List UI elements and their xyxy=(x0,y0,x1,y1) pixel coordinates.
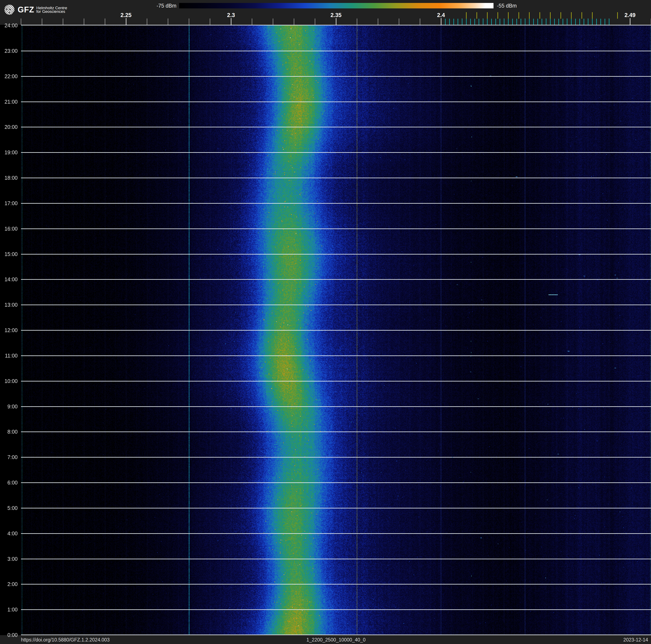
bluetooth-channel-tick xyxy=(483,19,484,25)
bluetooth-channel-tick xyxy=(529,19,530,25)
wifi-channel-tick xyxy=(560,12,561,19)
frequency-axis: 2.252.32.352.42.49 xyxy=(0,0,651,25)
bluetooth-channel-tick xyxy=(579,19,580,25)
bluetooth-channel-tick xyxy=(584,19,584,25)
time-axis-label: 20:00 xyxy=(0,124,18,130)
wifi-channel-tick xyxy=(487,12,488,19)
plot-top-axis-line xyxy=(21,25,651,25)
time-axis-label: 7:00 xyxy=(0,454,18,460)
bluetooth-channel-tick xyxy=(500,19,500,25)
spectrogram-page: GFZ Helmholtz Centre for Geosciences -75… xyxy=(0,0,651,644)
wifi-channel-tick xyxy=(529,12,530,19)
freq-minor-tick xyxy=(210,19,210,25)
time-axis-label: 19:00 xyxy=(0,149,18,155)
time-axis-label: 13:00 xyxy=(0,302,18,308)
wifi-channel-tick xyxy=(550,12,551,19)
wifi-channel-tick xyxy=(582,12,582,19)
freq-minor-tick xyxy=(294,19,294,25)
wifi-channel-tick xyxy=(617,12,618,19)
freq-minor-tick xyxy=(273,19,273,25)
freq-minor-tick xyxy=(168,19,168,25)
freq-minor-tick xyxy=(84,19,84,25)
bluetooth-channel-tick xyxy=(449,19,450,25)
bluetooth-channel-tick xyxy=(550,19,551,25)
bluetooth-channel-tick xyxy=(588,19,588,25)
spectrogram-plot xyxy=(21,25,651,635)
dataset-id-label: 1_2200_2500_10000_40_0 xyxy=(21,635,651,644)
time-axis-label: 12:00 xyxy=(0,327,18,333)
bluetooth-channel-tick xyxy=(558,19,559,25)
time-axis-label: 15:00 xyxy=(0,251,18,257)
freq-major-tick xyxy=(126,18,126,25)
time-axis-label: 2:00 xyxy=(0,581,18,587)
bluetooth-channel-tick xyxy=(445,19,445,25)
freq-minor-tick xyxy=(105,19,105,25)
time-axis-label: 10:00 xyxy=(0,378,18,384)
freq-axis-label: 2.3 xyxy=(216,12,246,18)
bluetooth-channel-tick xyxy=(609,19,610,25)
bluetooth-channel-tick xyxy=(596,19,597,25)
bluetooth-channel-tick xyxy=(567,19,567,25)
bluetooth-channel-tick xyxy=(571,19,571,25)
freq-axis-label: 2.25 xyxy=(111,12,141,18)
wifi-channel-tick xyxy=(476,12,477,19)
time-axis-label: 0:00 xyxy=(0,632,18,638)
bluetooth-channel-tick xyxy=(533,19,534,25)
freq-minor-tick xyxy=(252,19,252,25)
freq-minor-tick xyxy=(42,19,42,25)
time-axis-label: 4:00 xyxy=(0,530,18,536)
freq-minor-tick xyxy=(357,19,357,25)
bluetooth-channel-tick xyxy=(454,19,454,25)
freq-major-tick xyxy=(336,18,336,25)
time-axis-label: 16:00 xyxy=(0,226,18,232)
wifi-channel-tick xyxy=(466,12,467,19)
bluetooth-channel-tick xyxy=(575,19,576,25)
freq-minor-tick xyxy=(315,19,315,25)
bluetooth-channel-tick xyxy=(487,19,488,25)
freq-minor-tick xyxy=(420,19,420,25)
freq-major-tick xyxy=(441,18,441,25)
bluetooth-channel-tick xyxy=(508,19,508,25)
bluetooth-channel-tick xyxy=(470,19,471,25)
bluetooth-channel-tick xyxy=(517,19,517,25)
bluetooth-channel-tick xyxy=(525,19,525,25)
time-axis-label: 5:00 xyxy=(0,505,18,511)
freq-minor-tick xyxy=(399,19,399,25)
freq-major-tick xyxy=(630,18,630,25)
date-label: 2023-12-14 xyxy=(623,635,648,644)
bluetooth-channel-tick xyxy=(491,19,492,25)
time-axis-label: 24:00 xyxy=(0,22,18,29)
time-axis-label: 3:00 xyxy=(0,556,18,562)
freq-axis-label: 2.49 xyxy=(615,12,645,18)
bluetooth-channel-tick xyxy=(495,19,496,25)
bluetooth-channel-tick xyxy=(462,19,462,25)
time-axis: 24:0023:0022:0021:0020:0019:0018:0017:00… xyxy=(0,0,21,644)
freq-major-tick xyxy=(231,18,231,25)
freq-axis-label: 2.35 xyxy=(321,12,351,18)
bluetooth-channel-tick xyxy=(541,19,542,25)
bluetooth-channel-tick xyxy=(554,19,555,25)
bluetooth-channel-tick xyxy=(512,19,513,25)
time-axis-label: 21:00 xyxy=(0,98,18,105)
bluetooth-channel-tick xyxy=(478,19,479,25)
wifi-channel-tick xyxy=(508,12,508,19)
wifi-channel-tick xyxy=(539,12,540,19)
time-axis-label: 8:00 xyxy=(0,429,18,435)
time-axis-label: 22:00 xyxy=(0,73,18,80)
time-axis-label: 23:00 xyxy=(0,48,18,54)
gridline-overlay-canvas xyxy=(21,25,651,635)
time-axis-label: 18:00 xyxy=(0,175,18,181)
wifi-channel-tick xyxy=(592,12,593,19)
bluetooth-channel-tick xyxy=(474,19,475,25)
wifi-channel-tick xyxy=(571,12,571,19)
time-axis-label: 1:00 xyxy=(0,606,18,613)
bluetooth-channel-tick xyxy=(537,19,538,25)
bluetooth-channel-tick xyxy=(592,19,593,25)
bluetooth-channel-tick xyxy=(600,19,601,25)
bluetooth-channel-tick xyxy=(546,19,547,25)
wifi-channel-tick xyxy=(519,12,519,19)
freq-minor-tick xyxy=(147,19,147,25)
freq-minor-tick xyxy=(378,19,378,25)
time-axis-label: 11:00 xyxy=(0,352,18,359)
bluetooth-channel-tick xyxy=(504,19,504,25)
